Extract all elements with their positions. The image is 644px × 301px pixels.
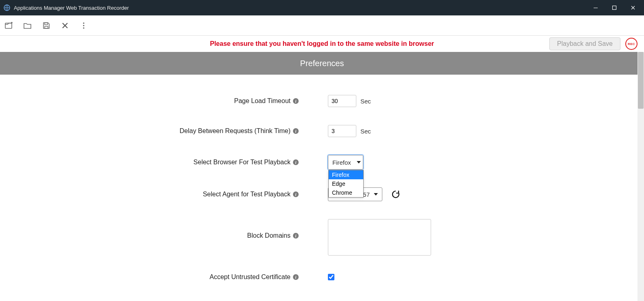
browser-select[interactable]: Firefox Firefox Edge Chrome bbox=[328, 155, 363, 170]
info-icon[interactable]: i bbox=[293, 191, 299, 197]
row-page-load-timeout: Page Load Timeout i Sec bbox=[0, 95, 644, 107]
record-button-label: REC bbox=[628, 42, 635, 46]
preferences-header: Preferences bbox=[0, 52, 644, 75]
row-browser-select: Select Browser For Test Playback i Firef… bbox=[0, 155, 644, 170]
accept-untrusted-checkbox[interactable] bbox=[328, 274, 334, 280]
maximize-button[interactable] bbox=[605, 0, 624, 15]
block-domains-textarea[interactable] bbox=[328, 219, 431, 256]
svg-point-8 bbox=[83, 27, 84, 28]
svg-point-7 bbox=[83, 25, 84, 26]
new-file-button[interactable] bbox=[3, 20, 15, 31]
row-accept-untrusted: Accept Untrusted Certificate i bbox=[0, 273, 644, 281]
chevron-down-icon bbox=[357, 161, 361, 163]
open-folder-button[interactable] bbox=[22, 20, 33, 31]
row-think-time: Delay Between Requests (Think Time) i Se… bbox=[0, 125, 644, 137]
save-button[interactable] bbox=[41, 20, 52, 31]
unit-sec: Sec bbox=[360, 98, 371, 105]
window-title: Applications Manager Web Transaction Rec… bbox=[14, 5, 129, 11]
info-icon[interactable]: i bbox=[293, 128, 299, 134]
action-row: Please ensure that you haven't logged in… bbox=[0, 36, 644, 52]
browser-option-chrome[interactable]: Chrome bbox=[329, 188, 363, 197]
info-icon[interactable]: i bbox=[293, 233, 299, 239]
think-time-input[interactable] bbox=[328, 125, 356, 137]
info-icon[interactable]: i bbox=[293, 274, 299, 280]
close-window-button[interactable] bbox=[624, 0, 642, 15]
svg-rect-3 bbox=[5, 23, 12, 28]
info-icon[interactable]: i bbox=[293, 98, 299, 104]
label-agent-select: Select Agent for Test Playback bbox=[203, 191, 291, 198]
label-think-time: Delay Between Requests (Think Time) bbox=[180, 127, 291, 135]
playback-and-save-button[interactable]: Playback and Save bbox=[549, 37, 620, 50]
label-page-load-timeout: Page Load Timeout bbox=[234, 97, 291, 105]
titlebar: Applications Manager Web Transaction Rec… bbox=[0, 0, 644, 15]
svg-rect-2 bbox=[613, 6, 616, 10]
row-block-domains: Block Domains i bbox=[0, 219, 644, 256]
label-block-domains: Block Domains bbox=[247, 232, 291, 239]
browser-option-edge[interactable]: Edge bbox=[329, 179, 363, 188]
browser-dropdown: Firefox Edge Chrome bbox=[328, 170, 364, 198]
toolbar bbox=[0, 15, 644, 36]
login-warning-text: Please ensure that you haven't logged in… bbox=[0, 40, 644, 47]
svg-point-6 bbox=[83, 22, 84, 24]
chevron-down-icon bbox=[374, 193, 378, 196]
info-icon[interactable]: i bbox=[293, 159, 299, 165]
label-browser-select: Select Browser For Test Playback bbox=[193, 159, 291, 166]
scrollbar-thumb[interactable] bbox=[638, 52, 644, 109]
preferences-title: Preferences bbox=[300, 59, 344, 68]
browser-option-firefox[interactable]: Firefox bbox=[329, 170, 363, 179]
app-globe-icon bbox=[3, 4, 11, 11]
record-button[interactable]: REC bbox=[625, 38, 637, 50]
label-accept-untrusted: Accept Untrusted Certificate bbox=[210, 273, 291, 281]
refresh-agents-button[interactable] bbox=[391, 190, 400, 199]
window-controls bbox=[586, 0, 642, 15]
unit-sec: Sec bbox=[360, 128, 371, 135]
minimize-button[interactable] bbox=[586, 0, 605, 15]
more-menu-button[interactable] bbox=[78, 20, 89, 31]
svg-rect-1 bbox=[594, 8, 598, 8]
close-button[interactable] bbox=[59, 20, 71, 31]
scrollbar-track[interactable] bbox=[637, 52, 644, 301]
preferences-form: Page Load Timeout i Sec Delay Between Re… bbox=[0, 75, 644, 281]
browser-select-value: Firefox bbox=[332, 159, 351, 166]
page-load-timeout-input[interactable] bbox=[328, 95, 356, 107]
agent-select-value: 57 bbox=[363, 191, 370, 198]
row-agent-select: Select Agent for Test Playback i 57 bbox=[0, 187, 644, 201]
